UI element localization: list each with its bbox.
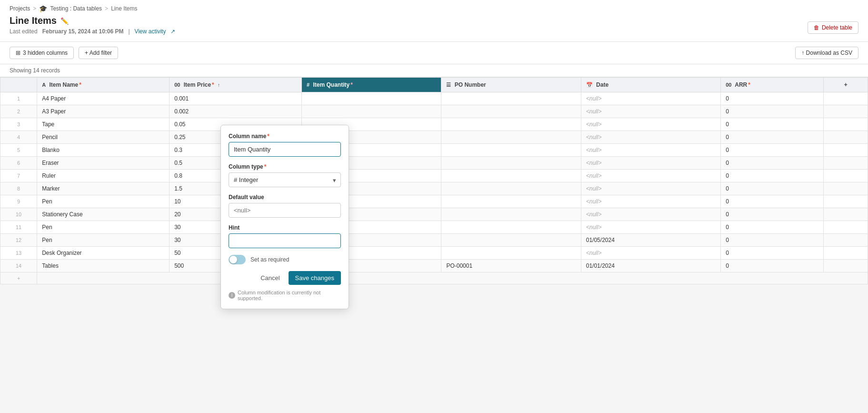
- cell-arr[interactable]: 0: [721, 221, 824, 234]
- cell-item-qty[interactable]: [302, 105, 441, 118]
- cell-po-number[interactable]: [441, 144, 581, 157]
- table-row[interactable]: 4Pencil0.25<null>0: [0, 131, 868, 144]
- save-changes-button[interactable]: Save changes: [289, 271, 341, 284]
- cell-po-number[interactable]: [441, 195, 581, 208]
- cell-item-qty[interactable]: [302, 92, 441, 105]
- table-row[interactable]: 2A3 Paper0.002<null>0: [0, 105, 868, 118]
- view-activity-link[interactable]: View activity: [135, 28, 166, 35]
- required-indicator: *: [350, 81, 353, 88]
- cell-item-name[interactable]: A4 Paper: [37, 92, 170, 105]
- cell-item-name[interactable]: Pencil: [37, 131, 170, 144]
- cell-arr[interactable]: 0: [721, 131, 824, 144]
- cell-po-number[interactable]: [441, 92, 581, 105]
- cell-po-number[interactable]: [441, 131, 581, 144]
- table-row[interactable]: 1A4 Paper0.001<null>0: [0, 92, 868, 105]
- cell-date[interactable]: <null>: [581, 195, 720, 208]
- cell-date[interactable]: <null>: [581, 221, 720, 234]
- cell-arr[interactable]: 0: [721, 105, 824, 118]
- cell-po-number[interactable]: [441, 182, 581, 195]
- cell-arr[interactable]: 0: [721, 247, 824, 260]
- cell-date[interactable]: <null>: [581, 157, 720, 170]
- table-row[interactable]: 6Eraser0.5<null>0: [0, 157, 868, 170]
- add-filter-button[interactable]: + Add filter: [79, 47, 118, 59]
- table-row[interactable]: 11Pen30<null>0: [0, 221, 868, 234]
- cell-po-number[interactable]: PO-00001: [441, 260, 581, 272]
- cell-date[interactable]: 01/01/2024: [581, 260, 720, 272]
- cell-date[interactable]: 01/05/2024: [581, 234, 720, 247]
- download-csv-button[interactable]: ↑ Download as CSV: [795, 47, 858, 59]
- cell-item-name[interactable]: Ruler: [37, 170, 170, 182]
- cell-date[interactable]: <null>: [581, 208, 720, 221]
- table-row[interactable]: 7Ruler0.8<null>0: [0, 170, 868, 182]
- cell-item-name[interactable]: Pen: [37, 234, 170, 247]
- cancel-button[interactable]: Cancel: [256, 272, 284, 284]
- cell-date[interactable]: <null>: [581, 92, 720, 105]
- table-row[interactable]: 14Tables50040PO-0000101/01/20240: [0, 260, 868, 272]
- cell-arr[interactable]: 0: [721, 195, 824, 208]
- cell-item-price[interactable]: 0.002: [170, 105, 302, 118]
- cell-date[interactable]: <null>: [581, 247, 720, 260]
- add-record-row[interactable]: +: [0, 272, 868, 284]
- edit-icon[interactable]: ✏️: [60, 17, 69, 25]
- cell-po-number[interactable]: [441, 157, 581, 170]
- table-row[interactable]: 10Stationery Case20<null>0: [0, 208, 868, 221]
- cell-item-price[interactable]: 0.001: [170, 92, 302, 105]
- col-header-date[interactable]: 📅 Date: [581, 78, 720, 92]
- table-row[interactable]: 9Pen10<null>0: [0, 195, 868, 208]
- cell-po-number[interactable]: [441, 118, 581, 131]
- cell-date[interactable]: <null>: [581, 170, 720, 182]
- table-row[interactable]: 3Tape0.05<null>0: [0, 118, 868, 131]
- cell-item-name[interactable]: Marker: [37, 182, 170, 195]
- cell-item-name[interactable]: Eraser: [37, 157, 170, 170]
- cell-date[interactable]: <null>: [581, 118, 720, 131]
- cell-arr[interactable]: 0: [721, 260, 824, 272]
- hidden-columns-button[interactable]: ⊞ 3 hidden columns: [10, 47, 74, 59]
- hint-input[interactable]: [229, 233, 341, 248]
- cell-item-name[interactable]: Tape: [37, 118, 170, 131]
- cell-arr[interactable]: 0: [721, 157, 824, 170]
- cell-arr[interactable]: 0: [721, 144, 824, 157]
- cell-arr[interactable]: 0: [721, 118, 824, 131]
- cell-item-name[interactable]: Desk Organizer: [37, 247, 170, 260]
- col-header-po-number[interactable]: ☰ PO Number: [441, 78, 581, 92]
- cell-po-number[interactable]: [441, 247, 581, 260]
- cell-date[interactable]: <null>: [581, 131, 720, 144]
- col-header-item-qty[interactable]: # Item Quantity*: [302, 78, 441, 92]
- cell-item-name[interactable]: Stationery Case: [37, 208, 170, 221]
- cell-item-name[interactable]: A3 Paper: [37, 105, 170, 118]
- cell-po-number[interactable]: [441, 170, 581, 182]
- cell-arr[interactable]: 0: [721, 234, 824, 247]
- column-name-input[interactable]: [229, 142, 341, 157]
- cell-date[interactable]: <null>: [581, 105, 720, 118]
- set-as-required-toggle[interactable]: [229, 255, 246, 264]
- cell-arr[interactable]: 0: [721, 182, 824, 195]
- cell-item-name[interactable]: Tables: [37, 260, 170, 272]
- col-header-arr[interactable]: 00 ARR*: [721, 78, 824, 92]
- col-header-item-price[interactable]: 00 Item Price* ↑: [170, 78, 302, 92]
- cell-arr[interactable]: 0: [721, 208, 824, 221]
- cell-item-name[interactable]: Pen: [37, 221, 170, 234]
- table-row[interactable]: 5Blanko0.3<null>0: [0, 144, 868, 157]
- cell-arr[interactable]: 0: [721, 92, 824, 105]
- col-header-add[interactable]: +: [824, 78, 868, 92]
- default-value-input[interactable]: [229, 203, 341, 218]
- cell-po-number[interactable]: [441, 208, 581, 221]
- column-type-select[interactable]: # Integer Text Float Boolean Date: [229, 172, 341, 187]
- cell-item-name[interactable]: Pen: [37, 195, 170, 208]
- table-row[interactable]: 8Marker1.5<null>0: [0, 182, 868, 195]
- row-number: 13: [0, 247, 37, 260]
- col-header-item-name[interactable]: A Item Name*: [37, 78, 170, 92]
- cell-arr[interactable]: 0: [721, 170, 824, 182]
- breadcrumb-testing[interactable]: Testing : Data tables: [50, 5, 102, 12]
- delete-table-button[interactable]: 🗑 Delete table: [808, 21, 858, 34]
- cell-item-name[interactable]: Blanko: [37, 144, 170, 157]
- cell-date[interactable]: <null>: [581, 144, 720, 157]
- add-row-icon[interactable]: +: [0, 272, 37, 284]
- table-row[interactable]: 13Desk Organizer50<null>0: [0, 247, 868, 260]
- cell-po-number[interactable]: [441, 221, 581, 234]
- cell-po-number[interactable]: [441, 105, 581, 118]
- cell-date[interactable]: <null>: [581, 182, 720, 195]
- cell-po-number[interactable]: [441, 234, 581, 247]
- table-row[interactable]: 12Pen3001/05/20240: [0, 234, 868, 247]
- breadcrumb-projects[interactable]: Projects: [10, 5, 30, 12]
